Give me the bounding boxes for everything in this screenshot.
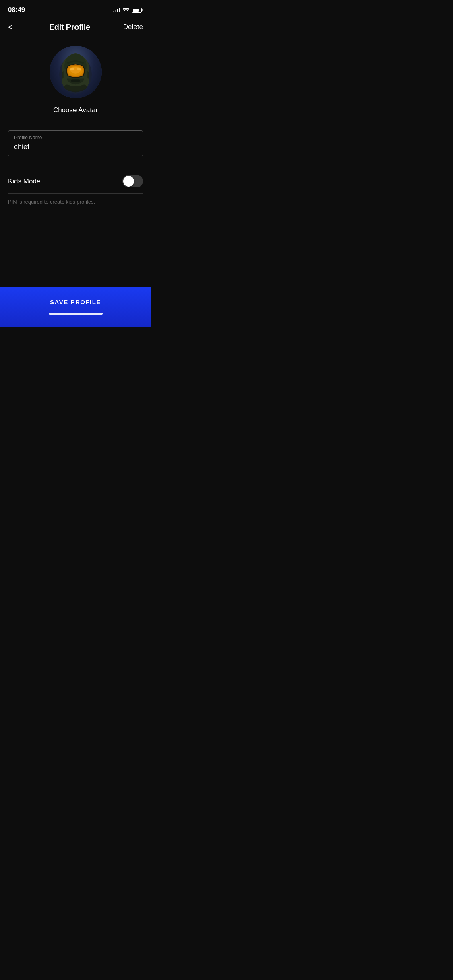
toggle-thumb: [123, 176, 134, 187]
profile-name-container[interactable]: Profile Name: [8, 130, 143, 156]
choose-avatar-label: Choose Avatar: [53, 106, 98, 114]
page-title: Edit Profile: [49, 23, 90, 32]
avatar-section[interactable]: Choose Avatar: [50, 46, 102, 114]
status-icons: [113, 8, 143, 13]
delete-button[interactable]: Delete: [123, 23, 143, 31]
signal-icon: [113, 8, 120, 12]
svg-point-4: [77, 68, 81, 70]
avatar-circle[interactable]: [50, 46, 102, 98]
avatar-image: [50, 46, 102, 98]
nav-bar: < Edit Profile Delete: [0, 18, 151, 38]
kids-mode-section: Kids Mode PIN is required to create kids…: [8, 169, 143, 206]
battery-icon: [132, 8, 143, 13]
home-indicator: [49, 313, 103, 315]
svg-rect-5: [71, 79, 80, 82]
kids-mode-row: Kids Mode: [8, 169, 143, 193]
screen: 08:49 < Edit Profile Dele: [0, 0, 151, 327]
kids-mode-toggle[interactable]: [122, 175, 143, 187]
kids-mode-label: Kids Mode: [8, 177, 40, 185]
content: Choose Avatar Profile Name Kids Mode PIN…: [0, 38, 151, 327]
save-profile-button[interactable]: SAVE PROFILE: [8, 295, 143, 309]
helmet-svg: [52, 49, 99, 96]
back-button[interactable]: <: [8, 21, 16, 33]
pin-notice: PIN is required to create kids profiles.: [8, 194, 143, 206]
status-bar: 08:49: [0, 0, 151, 18]
status-time: 08:49: [8, 6, 25, 14]
toggle-track[interactable]: [122, 175, 143, 187]
wifi-icon: [123, 8, 129, 12]
profile-name-input[interactable]: [14, 143, 137, 151]
svg-point-3: [70, 68, 74, 70]
profile-name-label: Profile Name: [14, 135, 137, 140]
profile-name-section: Profile Name: [8, 130, 143, 156]
bottom-bar: SAVE PROFILE: [0, 287, 151, 327]
